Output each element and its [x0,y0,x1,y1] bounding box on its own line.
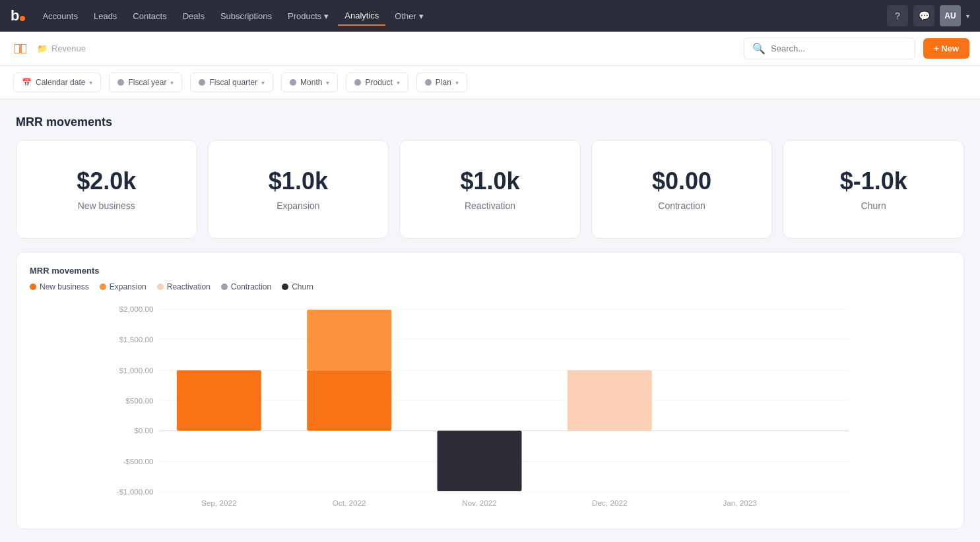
legend-dot-icon [30,284,36,290]
nav-subscriptions[interactable]: Subscriptions [214,7,278,25]
y-axis-label: $500.00 [125,396,154,405]
section-title: MRR movements [16,115,964,129]
logo[interactable]: b [11,7,25,24]
filter-dot-icon [199,79,205,86]
toolbar: 📁 Revenue 🔍 + New [0,32,980,66]
filter-dot-icon [117,79,124,86]
y-axis-label: $0.00 [134,426,154,435]
metric-value-expansion: $1.0k [269,167,328,195]
legend-dot-icon [100,284,106,290]
x-axis-label: Dec, 2022 [592,498,627,507]
nav-contacts[interactable]: Contacts [126,7,173,25]
help-button[interactable]: ? [887,5,908,26]
chevron-down-icon: ▾ [326,79,329,86]
logo-letter: b [11,7,19,24]
filter-plan[interactable]: Plan ▾ [416,73,467,92]
metric-label-expansion: Expansion [277,200,319,211]
nav-accounts[interactable]: Accounts [36,7,84,25]
filter-dot-icon [425,79,432,86]
chevron-down-icon: ▾ [170,79,174,86]
filter-fiscal-year[interactable]: Fiscal year ▾ [109,73,182,92]
legend-dot-icon [282,284,288,290]
metric-label-reactivation: Reactivation [465,200,515,211]
legend-dot-icon [221,284,228,290]
nav-deals[interactable]: Deals [176,7,211,25]
new-button[interactable]: + New [923,38,969,59]
filter-product[interactable]: Product ▾ [346,73,408,92]
legend-reactivation: Reactivation [157,282,211,291]
y-axis-label: -$500.00 [123,457,154,466]
search-input[interactable] [771,44,907,53]
calendar-icon: 📅 [22,78,32,87]
chat-button[interactable]: 💬 [913,5,934,26]
chart-title: MRR movements [30,266,950,276]
metric-label-churn: Churn [861,200,886,211]
metric-value-reactivation: $1.0k [460,167,519,195]
x-axis-label: Oct, 2022 [333,498,366,507]
chart-svg-wrapper: $2,000.00 $1,500.00 $1,000.00 $500.00 $0… [30,302,950,516]
nav-right-actions: ? 💬 AU ▾ [887,5,969,26]
filter-fiscal-quarter[interactable]: Fiscal quarter ▾ [190,73,273,92]
y-axis-label: $1,500.00 [119,335,154,344]
x-axis-title: Date [495,512,513,513]
metric-card-churn: $-1.0k Churn [783,140,964,239]
bar-nov-churn [438,431,522,491]
nav-products[interactable]: Products ▾ [281,7,335,25]
filter-calendar-date[interactable]: 📅 Calendar date ▾ [13,73,101,92]
chevron-down-icon: ▾ [397,79,400,86]
nav-other[interactable]: Other ▾ [388,7,430,25]
breadcrumb-label: Revenue [51,44,86,53]
legend-churn: Churn [282,282,313,291]
chevron-down-icon: ▾ [89,79,92,86]
nav-leads[interactable]: Leads [87,7,123,25]
bar-sep-new-business [177,370,261,431]
metric-value-new-business: $2.0k [77,167,136,195]
metric-card-new-business: $2.0k New business [16,140,197,239]
chevron-down-icon: ▾ [455,79,459,86]
breadcrumb: 📁 Revenue [37,44,86,53]
metric-value-churn: $-1.0k [840,167,907,195]
chevron-down-icon: ▾ [324,11,329,21]
filters-bar: 📅 Calendar date ▾ Fiscal year ▾ Fiscal q… [0,66,980,100]
metric-cards: $2.0k New business $1.0k Expansion $1.0k… [16,140,964,239]
top-navigation: b Accounts Leads Contacts Deals Subscrip… [0,0,980,32]
nav-analytics[interactable]: Analytics [338,7,385,26]
y-axis-label: $1,000.00 [119,366,154,375]
filter-dot-icon [354,79,361,86]
avatar-chevron-icon[interactable]: ▾ [966,13,969,20]
bar-dec-reactivation [568,370,652,431]
filter-month[interactable]: Month ▾ [281,73,338,92]
chart-legend: New business Expansion Reactivation Cont… [30,282,950,291]
bar-oct-new-business [307,370,391,431]
folder-icon: 📁 [37,44,48,53]
filter-dot-icon [290,79,296,86]
y-axis-label: -$1,000.00 [117,487,154,496]
metric-label-contraction: Contraction [658,200,705,211]
chevron-down-icon: ▾ [261,79,265,86]
chart-container: MRR movements New business Expansion Rea… [16,252,964,529]
x-axis-label: Nov, 2022 [462,498,497,507]
bar-oct-expansion [307,310,391,371]
metric-label-new-business: New business [78,200,135,211]
metric-card-contraction: $0.00 Contraction [591,140,773,239]
logo-dot [20,16,25,21]
legend-expansion: Expansion [100,282,147,291]
chart-svg: $2,000.00 $1,500.00 $1,000.00 $500.00 $0… [30,302,950,513]
chevron-down-icon: ▾ [419,11,424,21]
sidebar-toggle-button[interactable] [11,39,30,59]
legend-dot-icon [157,284,164,290]
x-axis-label: Jan, 2023 [723,498,756,507]
metric-card-expansion: $1.0k Expansion [208,140,389,239]
legend-contraction: Contraction [221,282,271,291]
svg-rect-1 [21,44,26,53]
metric-card-reactivation: $1.0k Reactivation [399,140,581,239]
search-box[interactable]: 🔍 [744,38,915,59]
y-axis-label: $2,000.00 [119,305,154,313]
main-content: MRR movements $2.0k New business $1.0k E… [0,100,980,542]
avatar[interactable]: AU [940,5,961,26]
svg-rect-0 [15,44,20,53]
search-icon: 🔍 [752,42,766,55]
x-axis-label: Sep, 2022 [201,498,236,507]
metric-value-contraction: $0.00 [652,167,711,195]
legend-new-business: New business [30,282,89,291]
